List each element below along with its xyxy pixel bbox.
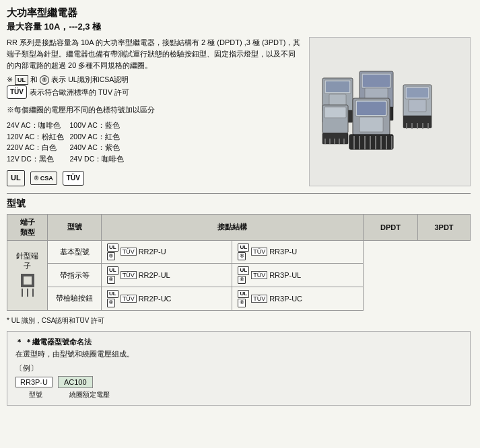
ul-cert-r2d: UL	[107, 266, 118, 274]
note2-text: TÜV 表示符合歐洲標準的 TÜV 許可	[7, 85, 302, 99]
svg-rect-54	[21, 285, 34, 287]
voltage-note-title: ※每個繼圈的電壓用不同的色標符號加以區分	[7, 104, 302, 116]
v3: 120V AC：粉紅色	[7, 131, 69, 143]
3pdt-model-2: RR3P-UL	[269, 271, 301, 279]
example-row: RR3P-U AC100	[15, 376, 462, 388]
ac-example: AC100	[58, 376, 93, 388]
tuv-logo: TÜV	[7, 85, 27, 99]
v2: 100V AC：藍色	[69, 120, 129, 131]
ul-cert-r1d: UL	[107, 244, 118, 252]
ul-cert-r3t: UL	[238, 290, 249, 298]
ul-cert-r2t: UL	[238, 266, 249, 274]
ul-badge: UL	[7, 170, 25, 186]
csa-cert-r3t: ®	[238, 299, 246, 307]
dpdt-model-2: RR2P-UL	[139, 271, 170, 279]
naming-example: 〔例〕 RR3P-U AC100 型號 繞圈額定電壓	[15, 363, 462, 400]
model-example: RR3P-U	[15, 377, 53, 387]
v8: 24V DC：咖啡色	[69, 153, 129, 165]
product-svg	[316, 68, 464, 155]
note1-text: ※ UL 和 ® 表示 UL識別和CSA認明	[7, 74, 302, 85]
v1: 24V AC：咖啡色	[7, 120, 69, 131]
csa-cert-r2d: ®	[107, 276, 115, 284]
v6: 240V AC：紫色	[69, 142, 129, 153]
csa-logo: ®	[40, 75, 50, 85]
csa-cert-r2t: ®	[238, 276, 246, 284]
col-dpdt-header: DPDT	[363, 214, 417, 240]
top-section: RR 系列是接點容量為 10A 的大功率型繼電器，接點結構有 2 極 (DPDT…	[7, 37, 471, 186]
label-model: 型號	[29, 390, 42, 400]
svg-rect-33	[359, 117, 383, 132]
section-model-title: 型號	[7, 198, 471, 210]
note-block: ※ UL 和 ® 表示 UL識別和CSA認明 TÜV 表示符合歐洲標準的 TÜV…	[7, 74, 302, 99]
description-text: RR 系列是接點容量為 10A 的大功率型繼電器，接點結構有 2 極 (DPDT…	[7, 37, 302, 71]
v4: 200V AC：紅色	[69, 131, 129, 143]
svg-rect-44	[324, 107, 346, 118]
ul-cert-r1t: UL	[238, 244, 249, 252]
page-title-sub: 最大容量 10A，---2,3 極	[7, 21, 471, 33]
ul-note: * UL 識別，CSA認明和TÜV 許可	[7, 316, 471, 326]
tuv-r3t: TÜV	[251, 295, 267, 303]
label-coil: 繞圈額定電壓	[69, 390, 110, 400]
svg-rect-12	[363, 75, 390, 87]
terminal-label: 針型端子	[13, 251, 42, 271]
tuv-badge: TÜV	[63, 171, 84, 186]
v5: 220V AC：白色	[7, 142, 69, 153]
svg-rect-22	[407, 88, 428, 98]
terminal-type-cell: 針型端子	[7, 240, 48, 310]
dpdt-model-1: RR2P-U	[139, 248, 166, 256]
tuv-r3d: TÜV	[121, 295, 137, 303]
description-block: RR 系列是接點容量為 10A 的大功率型繼電器，接點結構有 2 極 (DPDT…	[7, 37, 302, 186]
row2-label: 帶指示等	[48, 264, 102, 287]
logo-row: UL ® CSA TÜV	[7, 170, 302, 186]
col-terminal-type: 端子類型	[7, 214, 48, 240]
row1-label: 基本型號	[48, 240, 102, 264]
tuv-r1d: TÜV	[121, 248, 137, 256]
terminal-symbol	[18, 274, 38, 298]
csa-cert-r1t: ®	[238, 252, 246, 260]
naming-title: ＊ ＊繼電器型號命名法	[15, 337, 462, 347]
v7: 12V DC：黑色	[7, 153, 69, 165]
ul-logo: UL	[15, 75, 28, 85]
col-contact-structure: 接點結構	[102, 214, 364, 240]
csa-cert-r3d: ®	[107, 299, 115, 307]
voltage-note: ※每個繼圈的電壓用不同的色標符號加以區分 24V AC：咖啡色 100V AC：…	[7, 104, 302, 186]
csa-cert-r1d: ®	[107, 252, 115, 260]
svg-rect-32	[357, 102, 386, 115]
row3-dpdt: UL ® TÜV RR2P-UC	[102, 287, 232, 311]
product-image	[309, 37, 471, 186]
row3-label: 帶檢驗按鈕	[48, 287, 102, 311]
model-table: 端子類型 型號 接點結構 DPDT 3PDT 針型端子	[7, 214, 471, 311]
ul-cert-r3d: UL	[107, 290, 118, 298]
col-model-label: 型號	[48, 214, 102, 240]
col-3pdt-header: 3PDT	[418, 214, 471, 240]
svg-rect-2	[326, 81, 349, 92]
divider	[7, 193, 471, 194]
tuv-r2d: TÜV	[121, 271, 137, 279]
tuv-r1t: TÜV	[251, 248, 267, 256]
naming-section: ＊ ＊繼電器型號命名法 在選型時，由型號和繞圈電壓組成。 〔例〕 RR3P-U …	[7, 331, 471, 406]
row1-dpdt: UL ® TÜV RR2P-U	[102, 240, 232, 264]
row3-3pdt: UL ® TÜV RR3P-UC	[232, 287, 363, 311]
naming-subtitle: 在選型時，由型號和繞圈電壓組成。	[15, 349, 462, 359]
page-title-main: 大功率型繼電器	[7, 7, 471, 20]
3pdt-model-3: RR3P-UC	[269, 295, 302, 303]
csa-badge: ® CSA	[30, 172, 57, 185]
page: 大功率型繼電器 最大容量 10A，---2,3 極 RR 系列是接點容量為 10…	[0, 0, 480, 448]
dpdt-model-3: RR2P-UC	[139, 295, 172, 303]
example-labels: 型號 繞圈額定電壓	[29, 390, 462, 400]
row2-dpdt: UL ® TÜV RR2P-UL	[102, 264, 232, 287]
voltage-table: 24V AC：咖啡色 100V AC：藍色 120V AC：粉紅色 200V A…	[7, 120, 302, 165]
tuv-r2t: TÜV	[251, 271, 267, 279]
naming-title-text: ＊繼電器型號命名法	[25, 338, 92, 346]
row1-3pdt: UL ® TÜV RR3P-U	[232, 240, 363, 264]
svg-rect-29	[409, 100, 426, 112]
example-label: 〔例〕	[15, 363, 462, 373]
3pdt-model-1: RR3P-U	[269, 248, 297, 256]
row2-3pdt: UL ® TÜV RR3P-UL	[232, 264, 363, 287]
naming-asterisk: ＊	[15, 338, 23, 346]
